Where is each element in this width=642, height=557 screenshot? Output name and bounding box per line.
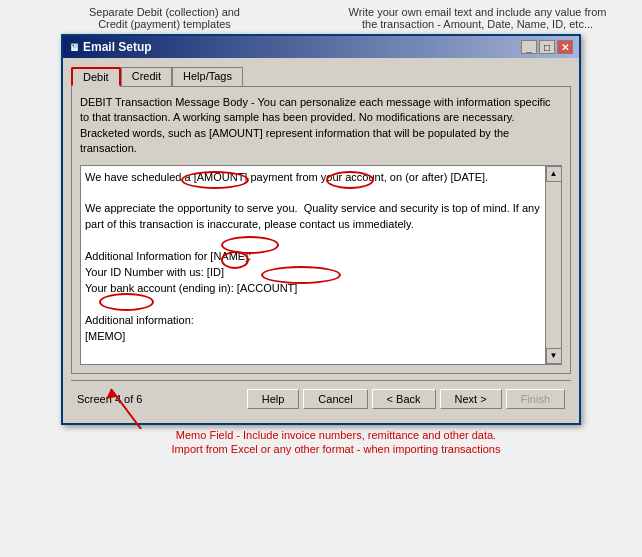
footer-buttons: Help Cancel < Back Next > Finish [247, 389, 565, 409]
bottom-annotation-1: Memo Field - Include invoice numbers, re… [176, 429, 496, 441]
close-button[interactable]: ✕ [557, 40, 573, 54]
window-title: Email Setup [83, 40, 152, 54]
maximize-button[interactable]: □ [539, 40, 555, 54]
bottom-annotation-2: Import from Excel or any other format - … [172, 443, 501, 455]
scroll-up-button[interactable]: ▲ [546, 166, 562, 182]
tab-content: DEBIT Transaction Message Body - You can… [71, 86, 571, 374]
next-button[interactable]: Next > [440, 389, 502, 409]
help-button[interactable]: Help [247, 389, 300, 409]
description-text: DEBIT Transaction Message Body - You can… [80, 95, 562, 157]
titlebar-buttons: _ □ ✕ [521, 40, 573, 54]
titlebar: 🖥 Email Setup _ □ ✕ [63, 36, 579, 58]
cancel-button[interactable]: Cancel [303, 389, 367, 409]
window-icon: 🖥 [69, 42, 79, 53]
top-left-annotation: Separate Debit (collection) and Credit (… [20, 6, 309, 30]
window-body: Debit Credit Help/Tags DEBIT Transaction… [63, 58, 579, 423]
svg-line-0 [111, 389, 141, 429]
email-body-container: ▲ ▼ [80, 165, 562, 365]
top-right-annotation: Write your own email text and include an… [333, 6, 622, 30]
titlebar-left: 🖥 Email Setup [69, 40, 152, 54]
finish-button[interactable]: Finish [506, 389, 565, 409]
tab-debit[interactable]: Debit [71, 67, 121, 87]
scroll-down-button[interactable]: ▼ [546, 348, 562, 364]
email-body-textarea[interactable] [81, 166, 545, 364]
tabs-container: Debit Credit Help/Tags [71, 66, 571, 86]
email-setup-window: 🖥 Email Setup _ □ ✕ Debit Credit Help/Ta… [61, 34, 581, 425]
tab-help-tags[interactable]: Help/Tags [172, 67, 243, 87]
scrollbar: ▲ ▼ [545, 166, 561, 364]
memo-arrow [81, 379, 201, 429]
minimize-button[interactable]: _ [521, 40, 537, 54]
tab-credit[interactable]: Credit [121, 67, 172, 87]
scroll-track[interactable] [546, 182, 561, 348]
back-button[interactable]: < Back [372, 389, 436, 409]
